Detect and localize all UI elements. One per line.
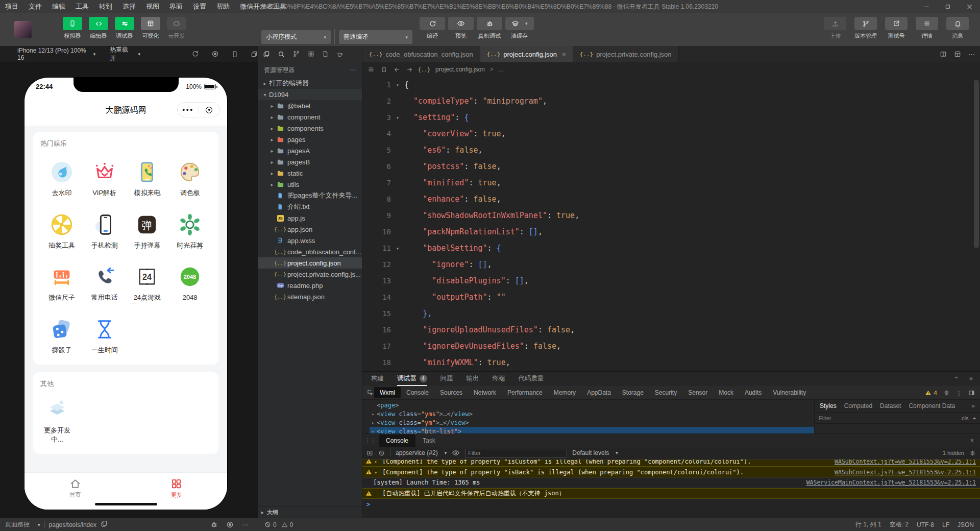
miniapp-capsule[interactable]: ●●● bbox=[177, 102, 220, 117]
close-icon[interactable]: × bbox=[562, 51, 566, 58]
indent-setting[interactable]: 空格: 2 bbox=[890, 520, 909, 529]
styles-tab-Computed[interactable]: Computed bbox=[844, 402, 872, 409]
debugger-tab-问题[interactable]: 问题 bbox=[440, 372, 453, 386]
tree-item-pages[interactable]: ▸pages bbox=[258, 134, 362, 145]
devtools-tab-Sources[interactable]: Sources bbox=[434, 387, 468, 398]
windows-icon[interactable] bbox=[251, 50, 258, 58]
devtools-tab-Console[interactable]: Console bbox=[401, 387, 434, 398]
console-message[interactable]: ▸[Component] the type of property "isBac… bbox=[362, 467, 980, 477]
menu-item[interactable]: 视图 bbox=[141, 0, 164, 13]
tree-item-utils[interactable]: ▸utils bbox=[258, 179, 362, 190]
search-icon[interactable] bbox=[278, 51, 285, 58]
tree-item-介绍.txt[interactable]: 介绍.txt bbox=[258, 201, 362, 212]
more-icon[interactable]: ⋯ bbox=[350, 66, 356, 74]
app-item-抽奖工具[interactable]: 抽奖工具 bbox=[40, 213, 83, 250]
devtools-tab-Network[interactable]: Network bbox=[468, 387, 502, 398]
mode-button-调试器[interactable]: 调试器 bbox=[113, 17, 136, 40]
app-item-手持弹幕[interactable]: 弹手持弹幕 bbox=[126, 213, 169, 250]
maximize-button[interactable] bbox=[937, 0, 959, 13]
tree-item-app.json[interactable]: {..}app.json bbox=[258, 224, 362, 235]
app-item-去水印[interactable]: 去水印 bbox=[40, 160, 83, 198]
action-button-清缓存[interactable]: ▾清缓存 bbox=[505, 17, 534, 40]
device-select[interactable]: iPhone 12/13 (Pro) 100% 16 ▾ bbox=[17, 47, 95, 61]
app-item-24点游戏[interactable]: 2424点游戏 bbox=[126, 265, 169, 302]
menu-item[interactable]: 文件 bbox=[23, 0, 47, 13]
expand-arrow-icon[interactable]: ▸ bbox=[375, 460, 380, 464]
toolbar-button-测试号[interactable]: 测试号 bbox=[885, 17, 908, 40]
menu-item[interactable]: 界面 bbox=[164, 0, 188, 13]
copy-path-icon[interactable] bbox=[101, 520, 108, 529]
menu-item[interactable]: 工具 bbox=[70, 0, 94, 13]
devtools-tab-Sensor[interactable]: Sensor bbox=[682, 387, 713, 398]
chevron-right-icon[interactable]: » bbox=[971, 402, 975, 409]
branch-icon[interactable] bbox=[292, 50, 300, 58]
action-button-预览[interactable]: 预览 bbox=[448, 17, 474, 40]
message-source-link[interactable]: WASubContext.js?t=we_52181553&v=2.25.1:1 bbox=[835, 469, 976, 476]
message-source-link[interactable]: WAServiceMainContext.js?t=we_52181553&v=… bbox=[806, 479, 976, 486]
app-item-2048[interactable]: 20482048 bbox=[168, 265, 211, 302]
console-tab-Console[interactable]: Console bbox=[379, 435, 415, 447]
debugger-tab-代码质量[interactable]: 代码质量 bbox=[519, 372, 544, 386]
fold-arrow[interactable]: ▾ bbox=[391, 246, 404, 251]
toolbar-button-消息[interactable]: 消息 bbox=[946, 17, 969, 40]
tree-item-app.js[interactable]: JSapp.js bbox=[258, 212, 362, 224]
toolbar-button-上传[interactable]: 上传 bbox=[824, 17, 846, 40]
menu-item[interactable]: 转到 bbox=[94, 0, 117, 13]
log-levels-select[interactable]: Default levels▾ bbox=[572, 449, 618, 456]
tree-section-project[interactable]: ▾D1094 bbox=[258, 89, 362, 100]
close-icon[interactable]: × bbox=[969, 375, 973, 382]
tree-item-pagesB[interactable]: ▸pagesB bbox=[258, 156, 362, 167]
styles-tab-Dataset[interactable]: Dataset bbox=[880, 402, 901, 409]
cursor-position[interactable]: 行 1, 列 1 bbox=[855, 520, 881, 529]
toolbar-button-版本管理[interactable]: 版本管理 bbox=[854, 17, 877, 40]
app-item-掷骰子[interactable]: 掷骰子 bbox=[40, 318, 83, 355]
app-item-模拟来电[interactable]: 模拟来电 bbox=[126, 160, 169, 198]
more-icon[interactable]: ⋯ bbox=[968, 51, 975, 58]
element-node[interactable]: ▸<view class="ym">…</view> bbox=[370, 418, 814, 427]
app-item-微信尺子[interactable]: 微信尺子 bbox=[40, 265, 83, 302]
fold-arrow[interactable]: ▾ bbox=[391, 115, 404, 120]
styles-tab-Component Data[interactable]: Component Data bbox=[909, 402, 955, 409]
phoneframe-icon[interactable] bbox=[231, 50, 238, 58]
clear-icon[interactable] bbox=[378, 450, 385, 456]
expand-arrow-icon[interactable]: ▸ bbox=[370, 429, 377, 434]
styles-filter-input[interactable] bbox=[819, 415, 956, 421]
debugger-tab-输出[interactable]: 输出 bbox=[467, 372, 479, 386]
problem-counts[interactable]: 00 bbox=[264, 521, 293, 528]
code-editor[interactable]: 1▾{2 "compileType": "miniprogram",3▾ "se… bbox=[362, 77, 980, 371]
devtools-tab-Mock[interactable]: Mock bbox=[713, 387, 739, 398]
outline-section[interactable]: ▸ 大纲 bbox=[258, 506, 362, 518]
kebab-icon[interactable]: ⋮ bbox=[956, 390, 962, 397]
arrow-right-icon[interactable] bbox=[406, 66, 413, 73]
tree-item-pagesA[interactable]: ▸pagesA bbox=[258, 145, 362, 156]
page-path-label[interactable]: 页面路径 bbox=[5, 520, 30, 529]
add-style-button[interactable]: + bbox=[973, 415, 976, 421]
devtools-tab-Memory[interactable]: Memory bbox=[548, 387, 581, 398]
breadcrumb-file[interactable]: project.config.json bbox=[435, 66, 485, 73]
layout-icon[interactable] bbox=[954, 51, 961, 58]
console-message[interactable]: [system] Launch Time: 1365 msWAServiceMa… bbox=[362, 477, 980, 488]
split-icon[interactable] bbox=[940, 51, 947, 58]
action-button-真机调试[interactable]: 真机调试 bbox=[477, 17, 502, 40]
mode-button-模拟器[interactable]: 模拟器 bbox=[61, 17, 84, 40]
warning-count[interactable]: 4 bbox=[925, 390, 937, 397]
menu-item[interactable]: 项目 bbox=[0, 0, 23, 13]
tree-item-sitemap.json[interactable]: {..}sitemap.json bbox=[258, 291, 362, 302]
editor-tab-project.config.json[interactable]: {..}project.config.json× bbox=[480, 46, 573, 62]
list-icon[interactable] bbox=[368, 66, 375, 73]
devtools-tab-Storage[interactable]: Storage bbox=[617, 387, 649, 398]
inspect-icon[interactable] bbox=[366, 389, 374, 396]
language-mode[interactable]: JSON bbox=[958, 521, 974, 528]
collapse-icon[interactable]: ⌃ bbox=[953, 375, 959, 383]
mode-button-可视化[interactable]: 可视化 bbox=[139, 17, 162, 40]
eol-setting[interactable]: LF bbox=[942, 521, 949, 528]
debugger-tab-调试器[interactable]: 调试器4 bbox=[397, 372, 427, 386]
devtools-tab-AppData[interactable]: AppData bbox=[581, 387, 617, 398]
tree-item-readme.php[interactable]: phpreadme.php bbox=[258, 280, 362, 291]
close-icon[interactable]: × bbox=[970, 437, 974, 444]
expand-arrow-icon[interactable]: ▸ bbox=[370, 412, 377, 417]
console-filter-input[interactable] bbox=[465, 449, 567, 457]
context-select[interactable]: appservice (#2)▾ bbox=[396, 449, 447, 456]
console-tab-Task[interactable]: Task bbox=[415, 435, 443, 447]
dock-icon[interactable] bbox=[968, 390, 975, 396]
